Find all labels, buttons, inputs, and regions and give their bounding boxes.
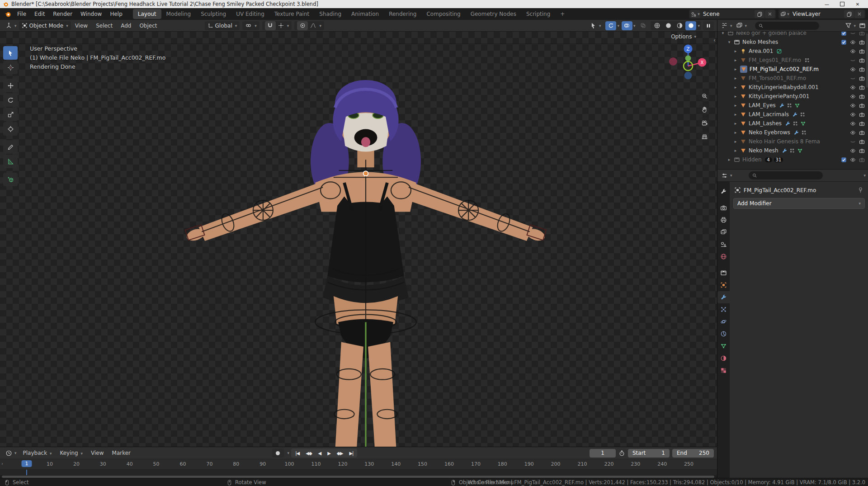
viewport-menu-view[interactable]: View xyxy=(71,21,92,30)
menu-help[interactable]: Help xyxy=(106,9,126,19)
close-button[interactable]: ✕ xyxy=(850,0,865,8)
timeline-menu-keying[interactable]: Keying ▾ xyxy=(56,448,87,458)
pause-render-button[interactable] xyxy=(703,21,714,30)
camera-visibility-icon[interactable] xyxy=(859,103,865,109)
editor-type-button[interactable]: ▾ xyxy=(3,21,19,30)
properties-tab-object-data[interactable] xyxy=(717,340,730,352)
eye-open-icon[interactable] xyxy=(850,48,856,54)
outliner-row[interactable]: ▾Neko Meshes xyxy=(717,38,868,47)
disclosure-arrow[interactable]: ▸ xyxy=(733,148,738,153)
camera-visibility-icon[interactable] xyxy=(859,121,865,127)
viewport-menu-select[interactable]: Select xyxy=(92,21,117,30)
workspace-tab-geometry-nodes[interactable]: Geometry Nodes xyxy=(466,9,521,19)
disclosure-arrow[interactable]: ▸ xyxy=(733,85,738,90)
disclosure-arrow[interactable]: ▾ xyxy=(726,40,732,44)
gizmos-toggle[interactable] xyxy=(605,21,616,30)
eye-open-icon[interactable] xyxy=(850,94,856,99)
timeline-collapse-arrow[interactable]: › xyxy=(1,461,3,466)
camera-visibility-icon[interactable] xyxy=(859,139,865,145)
outliner-row[interactable]: ▸Area.001 xyxy=(717,47,868,56)
proportional-editing-controls[interactable]: ▾ xyxy=(294,21,324,30)
camera-visibility-icon[interactable] xyxy=(859,112,865,118)
tool-transform-button[interactable] xyxy=(3,122,18,136)
workspace-tab-layout[interactable]: Layout xyxy=(133,9,161,19)
transform-orientation-selector[interactable]: Global ▾ xyxy=(205,21,240,30)
camera-visibility-icon[interactable] xyxy=(859,39,865,45)
disclosure-arrow[interactable]: ▸ xyxy=(733,121,738,126)
current-frame-field[interactable]: 1 xyxy=(590,449,616,458)
eye-open-icon[interactable] xyxy=(850,130,856,136)
menu-file[interactable]: File xyxy=(13,9,30,19)
camera-view-button[interactable] xyxy=(698,117,711,129)
outliner-row[interactable]: ▸LAM_Lacrimals xyxy=(717,110,868,119)
outliner-display-mode-button[interactable]: ▾ xyxy=(735,21,748,30)
properties-tab-object[interactable] xyxy=(717,279,730,291)
navigation-gizmo[interactable]: Z X xyxy=(667,42,712,86)
minimize-button[interactable]: — xyxy=(819,0,835,8)
snap-toggle[interactable] xyxy=(265,21,276,30)
viewlayer-remove-button[interactable] xyxy=(854,10,864,18)
tool-measure-button[interactable] xyxy=(3,155,18,168)
eye-open-icon[interactable] xyxy=(850,157,856,163)
properties-search-input[interactable] xyxy=(749,171,823,179)
shading-material-button[interactable] xyxy=(674,21,685,30)
start-frame-field[interactable]: Start1 xyxy=(628,449,670,458)
outliner-row[interactable]: ▸LAM_Eyes xyxy=(717,101,868,110)
shading-solid-button[interactable] xyxy=(663,21,674,30)
properties-tab-texture[interactable] xyxy=(717,364,730,377)
proportional-editing-toggle[interactable] xyxy=(297,21,308,30)
jump-to-end-button[interactable]: ▶| xyxy=(346,450,356,456)
eye-closed-icon[interactable] xyxy=(850,75,856,81)
xray-toggle[interactable] xyxy=(637,21,648,30)
camera-visibility-icon[interactable] xyxy=(859,157,865,163)
tool-scale-button[interactable] xyxy=(3,108,18,121)
pin-icon[interactable] xyxy=(857,187,864,193)
disclosure-arrow[interactable]: ▸ xyxy=(733,139,738,144)
properties-tab-render[interactable] xyxy=(717,202,730,214)
add-modifier-button[interactable]: Add Modifier▾ xyxy=(733,198,865,209)
workspace-tab-shading[interactable]: Shading xyxy=(314,9,346,19)
properties-tab-world[interactable] xyxy=(717,250,730,263)
camera-visibility-icon[interactable] xyxy=(859,148,865,154)
properties-tab-physics[interactable] xyxy=(717,316,730,328)
menu-window[interactable]: Window xyxy=(76,9,106,19)
mode-selector[interactable]: Object Mode ▾ xyxy=(19,21,71,30)
workspace-tab-rendering[interactable]: Rendering xyxy=(384,9,421,19)
current-frame-badge[interactable]: 1 xyxy=(22,460,32,467)
zoom-button[interactable] xyxy=(698,90,711,102)
tool-select-box-button[interactable] xyxy=(3,46,18,60)
keying-dropdown-arrow[interactable]: ▾ xyxy=(288,451,290,455)
new-collection-icon[interactable] xyxy=(859,22,866,29)
workspace-tab-uv-editing[interactable]: UV Editing xyxy=(231,9,269,19)
next-keyframe-button[interactable]: ◆▶ xyxy=(334,450,345,456)
play-button[interactable]: ▶ xyxy=(325,450,333,456)
blender-menu-icon[interactable] xyxy=(5,11,11,18)
camera-visibility-icon[interactable] xyxy=(859,57,865,63)
viewport-menu-add[interactable]: Add xyxy=(117,21,135,30)
scene-copy-button[interactable] xyxy=(755,10,764,18)
disclosure-arrow[interactable]: ▸ xyxy=(733,103,738,108)
camera-visibility-icon[interactable] xyxy=(859,75,865,81)
timeline-track[interactable] xyxy=(0,470,717,475)
properties-tab-view-layer[interactable] xyxy=(717,226,730,238)
stopwatch-icon[interactable] xyxy=(618,450,625,457)
disclosure-arrow[interactable]: ▸ xyxy=(733,58,738,62)
auto-keying-toggle[interactable] xyxy=(272,448,284,458)
menu-render[interactable]: Render xyxy=(49,9,76,19)
properties-tab-modifiers[interactable] xyxy=(717,291,730,303)
tool-annotate-button[interactable] xyxy=(3,140,18,154)
sidebar-collapse-arrow[interactable]: ‹ xyxy=(713,37,716,43)
workspace-tab-scripting[interactable]: Scripting xyxy=(521,9,555,19)
outliner-editor-type-button[interactable]: ▾ xyxy=(720,21,733,30)
viewport-3d[interactable]: User Perspective (1) Whole File Neko | F… xyxy=(0,32,717,447)
add-workspace-button[interactable]: + xyxy=(555,9,570,19)
axis-y-ball[interactable] xyxy=(685,56,691,61)
playhead-line[interactable] xyxy=(26,470,27,475)
eye-open-icon[interactable] xyxy=(850,39,856,45)
properties-options-arrow[interactable]: ▾ xyxy=(863,173,866,178)
tool-add-cube-button[interactable] xyxy=(3,173,18,186)
snap-controls[interactable]: ▾ xyxy=(262,21,292,30)
disclosure-arrow[interactable]: ▸ xyxy=(733,49,738,53)
timeline-menu-marker[interactable]: Marker xyxy=(108,448,135,458)
filter-icon[interactable] xyxy=(845,22,852,29)
